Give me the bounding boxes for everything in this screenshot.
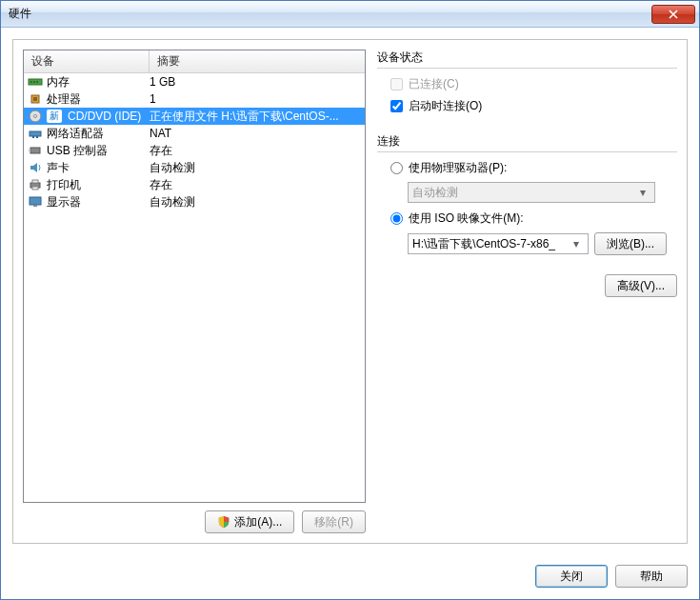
svg-rect-9 xyxy=(32,136,34,138)
device-name: 网络适配器 xyxy=(47,126,104,142)
summary-cell: 1 xyxy=(150,92,361,106)
table-body: 内存1 GB处理器1新CD/DVD (IDE)正在使用文件 H:\迅雷下载\Ce… xyxy=(24,73,365,502)
left-panel: 设备 摘要 内存1 GB处理器1新CD/DVD (IDE)正在使用文件 H:\迅… xyxy=(23,50,366,533)
table-row[interactable]: 显示器自动检测 xyxy=(24,193,365,210)
connected-checkbox xyxy=(390,78,403,90)
summary-cell: 1 GB xyxy=(150,75,361,89)
advanced-row: 高级(V)... xyxy=(377,274,677,297)
device-name: 声卡 xyxy=(47,160,70,176)
table-row[interactable]: 新CD/DVD (IDE)正在使用文件 H:\迅雷下载\CentOS-... xyxy=(24,108,365,125)
usb-icon xyxy=(28,143,43,158)
svg-rect-3 xyxy=(36,81,38,83)
device-name: CD/DVD (IDE) xyxy=(68,110,141,123)
connection-group: 连接 使用物理驱动器(P): 自动检测 ▾ 使用 IS xyxy=(377,133,677,255)
help-button[interactable]: 帮助 xyxy=(615,565,688,588)
table-row[interactable]: 内存1 GB xyxy=(24,73,365,90)
svg-rect-1 xyxy=(30,81,32,83)
device-cell: 声卡 xyxy=(28,160,150,176)
svg-rect-12 xyxy=(29,149,30,152)
left-buttons: 添加(A)... 移除(R) xyxy=(23,510,366,533)
sound-icon xyxy=(28,160,43,175)
physical-radio[interactable] xyxy=(390,162,403,174)
device-name: 显示器 xyxy=(47,194,81,210)
device-cell: 处理器 xyxy=(28,91,150,108)
network-icon xyxy=(28,126,43,141)
device-cell: USB 控制器 xyxy=(28,143,150,159)
add-button[interactable]: 添加(A)... xyxy=(205,510,294,533)
close-dialog-button[interactable]: 关闭 xyxy=(535,565,608,588)
divider xyxy=(377,68,677,69)
shield-icon xyxy=(217,515,230,529)
table-row[interactable]: USB 控制器存在 xyxy=(24,142,365,159)
close-button[interactable] xyxy=(651,5,695,24)
device-cell: 新CD/DVD (IDE) xyxy=(28,109,150,124)
content-area: 设备 摘要 内存1 GB处理器1新CD/DVD (IDE)正在使用文件 H:\迅… xyxy=(1,28,699,555)
summary-cell: 正在使用文件 H:\迅雷下载\CentOS-... xyxy=(150,109,361,125)
browse-button[interactable]: 浏览(B)... xyxy=(594,232,667,255)
connection-title: 连接 xyxy=(377,133,677,150)
physical-drive-combo: 自动检测 ▾ xyxy=(408,182,655,203)
svg-rect-11 xyxy=(30,148,40,153)
close-dialog-label: 关闭 xyxy=(560,569,583,585)
table-row[interactable]: 处理器1 xyxy=(24,90,365,108)
connected-label: 已连接(C) xyxy=(409,76,459,92)
iso-label[interactable]: 使用 ISO 映像文件(M): xyxy=(409,210,524,227)
device-name: 内存 xyxy=(47,74,70,90)
right-panel: 设备状态 已连接(C) 启动时连接(O) xyxy=(377,50,677,533)
header-summary[interactable]: 摘要 xyxy=(150,50,365,72)
titlebar: 硬件 xyxy=(1,1,699,28)
browse-button-label: 浏览(B)... xyxy=(607,236,654,252)
cd-icon xyxy=(28,109,43,124)
device-cell: 显示器 xyxy=(28,194,150,210)
summary-cell: 自动检测 xyxy=(150,160,361,176)
summary-cell: 存在 xyxy=(150,143,361,159)
summary-cell: NAT xyxy=(150,127,361,140)
window-title: 硬件 xyxy=(9,6,651,22)
svg-rect-17 xyxy=(33,205,37,207)
cpu-icon xyxy=(28,91,43,107)
device-name: USB 控制器 xyxy=(47,143,108,159)
memory-icon xyxy=(28,74,43,90)
device-status-title: 设备状态 xyxy=(377,50,677,66)
device-name: 处理器 xyxy=(47,91,81,108)
iso-path-combo[interactable]: H:\迅雷下载\CentOS-7-x86_ ▾ xyxy=(408,233,589,254)
svg-point-7 xyxy=(34,115,37,118)
physical-combo-text: 自动检测 xyxy=(412,185,635,201)
table-header: 设备 摘要 xyxy=(24,50,365,73)
device-table: 设备 摘要 内存1 GB处理器1新CD/DVD (IDE)正在使用文件 H:\迅… xyxy=(23,50,366,503)
divider xyxy=(377,151,677,152)
table-row[interactable]: 打印机存在 xyxy=(24,176,365,193)
add-button-label: 添加(A)... xyxy=(234,514,282,530)
chevron-down-icon[interactable]: ▾ xyxy=(569,237,584,250)
connect-on-start-checkbox[interactable] xyxy=(390,100,403,112)
device-cell: 内存 xyxy=(28,74,150,90)
advanced-button-label: 高级(V)... xyxy=(617,278,665,294)
device-cell: 网络适配器 xyxy=(28,126,150,142)
help-button-label: 帮助 xyxy=(640,569,663,585)
svg-rect-8 xyxy=(30,131,41,136)
close-icon xyxy=(669,10,678,19)
main-panel: 设备 摘要 内存1 GB处理器1新CD/DVD (IDE)正在使用文件 H:\迅… xyxy=(12,39,688,544)
printer-icon xyxy=(28,177,43,192)
footer: 关闭 帮助 xyxy=(1,555,699,599)
svg-rect-2 xyxy=(33,81,35,83)
summary-cell: 自动检测 xyxy=(150,194,361,210)
device-cell: 打印机 xyxy=(28,177,150,193)
svg-rect-16 xyxy=(30,197,41,205)
svg-rect-15 xyxy=(32,187,38,190)
chevron-down-icon: ▾ xyxy=(635,186,650,199)
table-row[interactable]: 网络适配器NAT xyxy=(24,125,365,142)
device-status-group: 设备状态 已连接(C) 启动时连接(O) xyxy=(377,50,677,120)
header-device[interactable]: 设备 xyxy=(24,50,150,72)
physical-label[interactable]: 使用物理驱动器(P): xyxy=(409,160,507,176)
iso-path-text: H:\迅雷下载\CentOS-7-x86_ xyxy=(412,236,569,252)
summary-cell: 存在 xyxy=(150,177,361,193)
svg-rect-14 xyxy=(32,180,38,183)
remove-button: 移除(R) xyxy=(302,510,366,533)
hardware-window: 硬件 设备 摘要 内存1 GB处理器1新CD/DVD (IDE)正在使用文件 H… xyxy=(0,0,700,600)
table-row[interactable]: 声卡自动检测 xyxy=(24,159,365,176)
advanced-button[interactable]: 高级(V)... xyxy=(605,274,677,297)
iso-radio[interactable] xyxy=(390,212,403,225)
connect-on-start-label[interactable]: 启动时连接(O) xyxy=(409,98,482,114)
display-icon xyxy=(28,194,43,210)
